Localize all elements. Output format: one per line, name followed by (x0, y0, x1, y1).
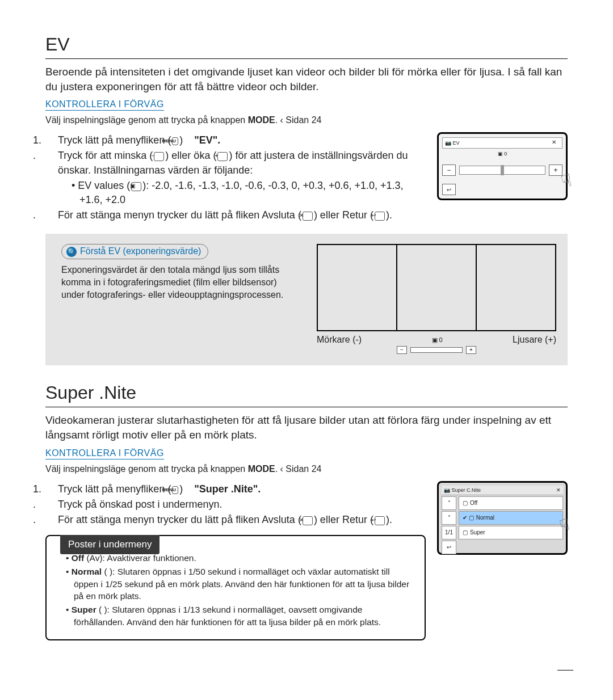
close-icon: ✕ (549, 139, 559, 147)
text: För att stänga menyn trycker du lätt på … (58, 514, 301, 525)
info-callout: 🔍Förstå EV (exponeringsvärde) (61, 244, 208, 259)
lcd-title: EV (453, 140, 460, 146)
hand-pointer-icon: ☟ (559, 170, 574, 192)
mode-label: MODE (248, 464, 275, 474)
text: ) eller Retur ( (314, 209, 373, 221)
text: ). (386, 514, 392, 525)
text: ). (386, 209, 392, 221)
return-icon: ↩ (375, 212, 385, 221)
nav-column: ˄ ˅ 1/1 ↩ (442, 496, 456, 554)
slider-scale[interactable] (459, 166, 545, 175)
ev-intro: Beroende på intensiteten i det omgivande… (45, 65, 568, 94)
back-button[interactable]: ↩ (442, 184, 456, 195)
slider-bar (410, 347, 463, 353)
ev-title: EV (45, 34, 568, 56)
text: Välj inspelningsläge genom att trycka på… (45, 464, 248, 474)
nav-down-button[interactable]: ˅ (442, 511, 456, 525)
text: ) eller öka ( (165, 150, 216, 161)
text: Välj inspelningsläge genom att trycka på… (45, 115, 248, 125)
ev-values: • EV values (▣): -2.0, -1.6, -1.3, -1.0,… (45, 179, 426, 207)
page-indicator: 1/1 (442, 526, 456, 539)
text: Tryck på önskad post i undermenyn. (58, 499, 222, 510)
close-icon: ✕ (556, 487, 561, 493)
text: ) eller Retur ( (314, 514, 373, 525)
mode-label: MODE (248, 115, 275, 125)
close-icon: ✕ (303, 212, 313, 221)
minus-button[interactable]: − (442, 165, 456, 176)
text: ) (179, 134, 183, 146)
darker-label: Mörkare (-) (317, 335, 362, 345)
menu-item-normal[interactable]: ✔ ▢ Normal (459, 511, 563, 525)
text: ) (179, 483, 183, 495)
return-icon: ↩ (375, 516, 385, 525)
submenu-box: Poster i undermeny Off (Av): Avaktiverar… (45, 535, 426, 640)
text: Tryck lätt på menyfliken ( (58, 483, 171, 495)
menu-icon: MENU (172, 137, 178, 145)
scn-content-row: 1.Tryck lätt på menyfliken (MENU) "Super… (45, 481, 568, 641)
submenu-item-super: Super ( ): Slutaren öppnas i 1/13 sekund… (66, 604, 412, 628)
lcd-center-value: ▣ 0 (442, 151, 562, 157)
ev-info-panel: 🔍Förstå EV (exponeringsvärde) Exponering… (45, 234, 568, 365)
ev-lcd-illustration: 📷 EV ✕ ▣ 0 − + ↩ ☟ (437, 132, 568, 200)
step-1: 1.Tryck lätt på menyfliken (MENU) "EV". (45, 133, 426, 147)
scn-steps: 1.Tryck lätt på menyfliken (MENU) "Super… (45, 481, 426, 641)
mini-slider: ▣ 0 (432, 336, 443, 344)
precheck-label: KONTROLLERA I FÖRVÄG (45, 99, 164, 111)
text: "EV". (194, 134, 220, 146)
rule (45, 407, 568, 407)
scn-title: Super .Nite (45, 382, 568, 404)
lcd-header: 📷 EV ✕ (442, 137, 562, 149)
precheck-text: Välj inspelningsläge genom att trycka på… (45, 115, 568, 125)
text: Tryck lätt på menyfliken ( (58, 134, 171, 146)
exposure-icon: ▣ (131, 182, 141, 191)
back-button[interactable]: ↩ (442, 541, 456, 554)
scn-lcd-illustration: 📷 Super C.Nite ✕ ˄ ˅ 1/1 ↩ ▢ Off ✔ ▢ Nor… (437, 481, 568, 555)
exposure-example-frames (317, 244, 556, 331)
lcd-title: Super C.Nite (452, 487, 481, 493)
step-2: .Tryck för att minska (−) eller öka (+) … (45, 149, 426, 177)
lcd-header: 📷 Super C.Nite ✕ (442, 486, 563, 495)
plus-icon: + (466, 346, 476, 354)
callout-text: Exponeringsvärdet är den totala mängd lj… (61, 264, 300, 301)
step-3: .För att stänga menyn trycker du lätt på… (45, 513, 426, 527)
super-cnite-section: Super .Nite Videokameran justerar slutar… (45, 382, 568, 640)
text: . ‹ Sidan 24 (275, 464, 322, 474)
ev-content-row: 1.Tryck lätt på menyfliken (MENU) "EV". … (45, 132, 568, 224)
menu-item-super[interactable]: ▢ Super (459, 526, 563, 539)
menu-items: ▢ Off ✔ ▢ Normal ▢ Super (459, 496, 563, 554)
precheck-label: KONTROLLERA I FÖRVÄG (45, 448, 164, 459)
step-1: 1.Tryck lätt på menyfliken (MENU) "Super… (45, 482, 426, 496)
callout-title: Förstå EV (exponeringsvärde) (80, 246, 201, 256)
text: Tryck för att minska ( (58, 150, 153, 161)
plus-icon: + (217, 152, 228, 161)
step-3: .För att stänga menyn trycker du lätt på… (45, 208, 426, 222)
manual-page: EV Beroende på intensiteten i det omgiva… (0, 0, 613, 700)
precheck-text: Välj inspelningsläge genom att trycka på… (45, 464, 568, 474)
minus-icon: − (397, 346, 407, 354)
scn-intro: Videokameran justerar slutarhastigheten … (45, 413, 568, 442)
text: EV values ( (78, 180, 130, 191)
minus-icon: − (154, 152, 164, 161)
lcd-slider: − + (442, 165, 562, 176)
menu-item-off[interactable]: ▢ Off (459, 496, 563, 510)
text: För att stänga menyn trycker du lätt på … (58, 209, 301, 221)
nav-up-button[interactable]: ˄ (442, 496, 456, 510)
rule (45, 58, 568, 59)
mini-slider-controls: − + (397, 346, 476, 354)
step-2: .Tryck på önskad post i undermenyn. (45, 497, 426, 512)
close-icon: ✕ (303, 516, 313, 525)
exposure-labels: Mörkare (-) ▣ 0 Ljusare (+) (317, 335, 556, 345)
lighter-label: Ljusare (+) (513, 335, 556, 345)
magnifier-icon: 🔍 (66, 247, 77, 257)
submenu-item-normal: Normal ( ): Slutaren öppnas i 1/50 sekun… (66, 566, 412, 602)
text: . ‹ Sidan 24 (275, 115, 322, 125)
submenu-tab: Poster i undermeny (60, 535, 159, 554)
menu-icon: MENU (172, 486, 178, 494)
page-footer-rule (557, 670, 573, 671)
text: "Super .Nite". (194, 483, 261, 495)
ev-steps: 1.Tryck lätt på menyfliken (MENU) "EV". … (45, 132, 426, 224)
